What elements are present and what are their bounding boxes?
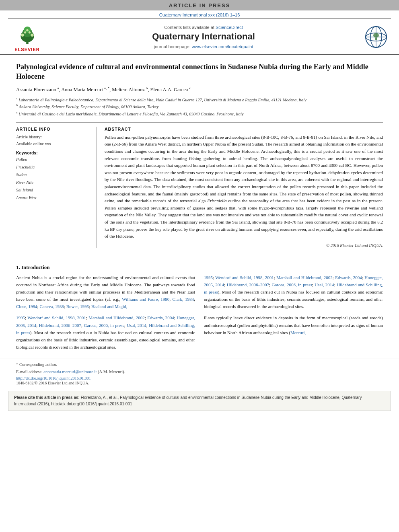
abstract-heading: ABSTRACT: [105, 127, 383, 131]
footnote-area: * Corresponding author. E-mail address: …: [0, 359, 399, 387]
elsevier-tree-icon: [13, 22, 41, 46]
keywords-list: Pollen Frischiélla Sudan River Nile Sai…: [16, 156, 90, 201]
article-history: Article history: Available online xxx: [16, 134, 90, 148]
ref-marshall-r[interactable]: Marshall and Hildebrand, 2002: [276, 275, 333, 280]
intro-para-1: Ancient Nubia is a crucial region for th…: [16, 274, 195, 310]
keyword-pollen: Pollen: [16, 156, 90, 164]
ref-edwards[interactable]: Edwards, 2004: [147, 315, 174, 320]
email-line: E-mail address: annamaria.mercuri@unimor…: [16, 369, 383, 375]
svg-point-6: [24, 31, 26, 34]
homepage-line: journal homepage: www.elsevier.com/locat…: [154, 44, 253, 49]
globe-icon: [364, 25, 388, 49]
elsevier-label: ELSEVIER: [14, 47, 39, 52]
citation-label: Please cite this article in press as:: [14, 395, 80, 400]
journal-logo-right: [361, 25, 391, 49]
corresponding-label: * Corresponding author.: [16, 362, 57, 367]
history-label: Article history:: [16, 135, 42, 139]
abstract-text: Pollen and non-pollen palynomorphs have …: [105, 134, 383, 240]
ref-wendorf-r[interactable]: Wendorf and Schild, 1998, 2001: [215, 275, 274, 280]
affiliation-b: b Ankara University, Science Faculty, De…: [16, 103, 383, 110]
email-label: E-mail address:: [16, 370, 43, 374]
sciencedirect-link[interactable]: ScienceDirect: [216, 25, 243, 30]
article-info-abstract: ARTICLE INFO Article history: Available …: [16, 122, 383, 248]
issn-line: 1040-6182/© 2016 Elsevier Ltd and INQUA.: [16, 381, 383, 385]
journal-header: ELSEVIER Contents lists available at Sci…: [0, 19, 399, 55]
intro-heading: 1. Introduction: [16, 264, 383, 271]
ref-wendorf[interactable]: Wendorf and Schild, 1998, 2001: [27, 315, 86, 320]
affiliations: a Laboratorio di Palinologia e Paleobota…: [16, 96, 383, 117]
ref-marshall[interactable]: Marshall and Hildebrand, 2002: [88, 315, 145, 320]
ref-close[interactable]: Close, 1984: [16, 304, 37, 309]
svg-point-4: [21, 34, 24, 37]
svg-rect-15: [375, 38, 377, 40]
ref-hildebrand-r[interactable]: Hildebrand, 2006–2007: [227, 282, 269, 287]
svg-point-14: [373, 33, 379, 38]
svg-point-8: [26, 29, 29, 32]
svg-point-5: [31, 34, 33, 37]
citation-bar: Please cite this article in press as: Fl…: [8, 391, 391, 411]
authors-line: Assunta Florenzano a, Anna Maria Mercuri…: [16, 86, 383, 94]
keyword-sai-island: Sai Island: [16, 187, 90, 194]
contents-line: Contents lists available at ScienceDirec…: [164, 25, 243, 30]
ref-caneva[interactable]: Caneva, 1988: [39, 304, 64, 309]
affiliation-a: a Laboratorio di Palinologia e Paleobota…: [16, 96, 383, 103]
ref-mercuri[interactable]: Mercuri,: [290, 330, 306, 335]
keywords-heading: Keywords:: [16, 150, 90, 155]
journal-center: Contents lists available at ScienceDirec…: [46, 25, 361, 49]
ref-garcea-r[interactable]: Garcea, 2006, in press: [272, 282, 312, 287]
ref-bower[interactable]: Bower, 1995: [66, 304, 89, 309]
homepage-url[interactable]: www.elsevier.com/locate/quaint: [192, 44, 253, 49]
banner-text: ARTICLE IN PRESS: [169, 2, 230, 8]
ref-1995[interactable]: 1995: [16, 315, 25, 320]
ref-hildebrand[interactable]: Hildebrand, 2006–2007: [39, 323, 81, 328]
ref-haaland[interactable]: Haaland and Magid,: [91, 304, 128, 309]
history-value: Available online xxx: [16, 142, 51, 146]
contents-label: Contents lists available at: [164, 25, 214, 30]
article-info-heading: ARTICLE INFO: [16, 127, 90, 131]
corresponding-author: * Corresponding author.: [16, 362, 383, 368]
doi-link[interactable]: http://dx.doi.org/10.1016/j.quaint.2016.…: [16, 376, 383, 380]
article-in-press-banner: ARTICLE IN PRESS: [0, 0, 399, 10]
copyright: © 2016 Elsevier Ltd and INQUA.: [105, 243, 383, 248]
keyword-river-nile: River Nile: [16, 179, 90, 187]
ref-usal-r[interactable]: Usal, 2014: [315, 282, 334, 287]
intro-para-right-2: Plants typically leave direct evidence i…: [204, 314, 383, 336]
keyword-friscniella: Frischiélla: [16, 164, 90, 171]
article-info-col: ARTICLE INFO Article history: Available …: [16, 127, 97, 248]
intro-left-col: Ancient Nubia is a crucial region for th…: [16, 274, 195, 351]
intro-two-col: Ancient Nubia is a crucial region for th…: [16, 274, 383, 351]
svg-point-7: [28, 31, 31, 34]
abstract-col: ABSTRACT Pollen and non-pollen palynomor…: [105, 127, 383, 248]
journal-reference: Quaternary International xxx (2016) 1–16: [0, 10, 399, 18]
article-content: Palynological evidence of cultural and e…: [0, 55, 399, 256]
elsevier-logo: ELSEVIER: [8, 22, 46, 52]
ref-1995-r[interactable]: 1995: [204, 275, 213, 280]
journal-ref-text: Quaternary International xxx (2016) 1–16: [159, 12, 240, 17]
article-title: Palynological evidence of cultural and e…: [16, 62, 383, 82]
homepage-label: journal homepage:: [154, 44, 190, 49]
journal-title: Quaternary International: [152, 31, 255, 42]
intro-para-1-cont: 1995; Wendorf and Schild, 1998, 2001; Ma…: [16, 314, 195, 351]
email-link[interactable]: annamaria.mercuri@unimore.it: [43, 370, 97, 374]
intro-para-right-1: 1995; Wendorf and Schild, 1998, 2001; Ma…: [204, 274, 383, 310]
email-name: (A.M. Mercuri).: [98, 370, 125, 374]
introduction-section: 1. Introduction Ancient Nubia is a cruci…: [0, 264, 399, 355]
keyword-sudan: Sudan: [16, 171, 90, 179]
keyword-amara-west: Amara West: [16, 194, 90, 202]
ref-garcea[interactable]: Garcea, 2006, in press: [84, 323, 124, 328]
intro-right-col: 1995; Wendorf and Schild, 1998, 2001; Ma…: [204, 274, 383, 351]
ref-williams[interactable]: Williams and Faure, 1980: [122, 297, 169, 302]
ref-edwards-r[interactable]: Edwards, 2004: [335, 275, 362, 280]
ref-clark[interactable]: Clark, 1984: [173, 297, 194, 302]
ref-usal[interactable]: Usal, 2014: [127, 323, 146, 328]
section-divider: [16, 260, 383, 260]
affiliation-c: c Università di Cassino e del Lazio meri…: [16, 110, 383, 117]
